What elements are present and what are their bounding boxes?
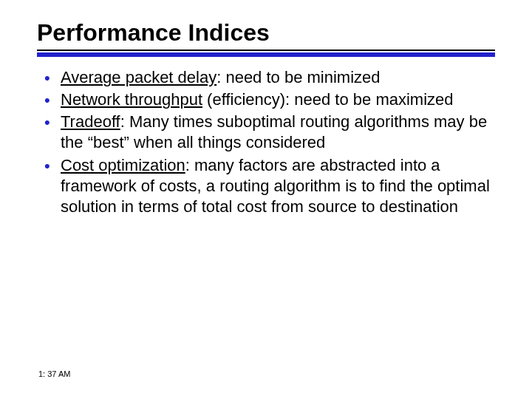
bullet-term: Cost optimization — [61, 156, 185, 174]
list-item: • Network throughput (efficiency): need … — [41, 89, 495, 110]
slide-title: Performance Indices — [37, 19, 495, 47]
list-item: • Tradeoff: Many times suboptimal routin… — [41, 112, 495, 153]
bullet-icon: • — [44, 112, 50, 133]
bullet-term: Average packet delay — [61, 68, 216, 86]
bullet-term: Network throughput — [61, 90, 202, 109]
slide: Performance Indices • Average packet del… — [0, 0, 532, 399]
bullet-icon: • — [44, 68, 50, 89]
bullet-term: Tradeoff — [61, 112, 120, 131]
bullet-list: • Average packet delay: need to be minim… — [37, 67, 495, 217]
bullet-icon: • — [44, 156, 50, 177]
list-item: • Average packet delay: need to be minim… — [41, 67, 495, 88]
divider-thin — [37, 50, 495, 51]
list-item: • Cost optimization: many factors are ab… — [41, 155, 495, 217]
bullet-text: (efficiency): need to be maximized — [202, 90, 454, 109]
bullet-icon: • — [44, 90, 50, 111]
bullet-text: : need to be minimized — [216, 68, 380, 86]
bullet-text: : Many times suboptimal routing algorith… — [61, 112, 487, 151]
timestamp: 1: 37 AM — [38, 369, 70, 378]
divider-thick — [37, 52, 495, 57]
